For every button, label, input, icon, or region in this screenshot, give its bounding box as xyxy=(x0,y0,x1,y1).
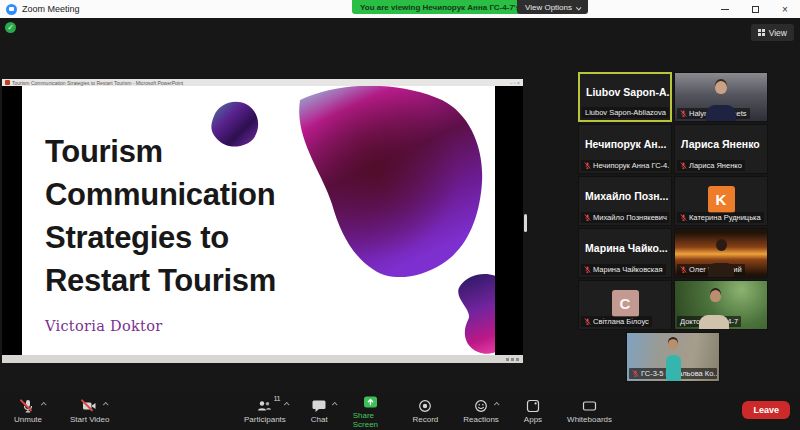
chat-button[interactable]: Chat xyxy=(309,398,330,424)
participant-tile-doktor[interactable]: Доктор В. ГС-4-7 xyxy=(674,280,768,330)
participants-button[interactable]: 11 Participants xyxy=(242,398,288,424)
participant-label-text: Лариса Яненко xyxy=(689,161,742,170)
participant-label-text: Halyna Lukianets xyxy=(689,109,747,118)
whiteboards-button[interactable]: Whiteboards xyxy=(565,398,614,424)
slide-title: Tourism Communication Strategies to Rest… xyxy=(45,130,276,302)
participant-tile-larysa[interactable]: Лариса Яненко Лариса Яненко xyxy=(674,124,768,174)
participant-label-text: Катерина Рудницька xyxy=(689,213,761,222)
camera-off-icon xyxy=(82,398,97,413)
chevron-up-icon[interactable] xyxy=(494,402,500,408)
chat-icon xyxy=(312,398,326,413)
whiteboards-label: Whiteboards xyxy=(567,415,612,424)
powerpoint-titlebar: Tourism Communication Strategies to Rest… xyxy=(2,79,523,86)
participant-label-text: Доктор В. ГС-4-7 xyxy=(680,317,738,326)
whiteboards-icon xyxy=(582,398,597,413)
participant-label-text: ГС-3-5 Ковальова Ко... xyxy=(641,369,717,378)
powerpoint-icon xyxy=(5,80,10,85)
window-title: Zoom Meeting xyxy=(22,4,80,14)
panel-resize-handle[interactable] xyxy=(524,214,527,232)
participant-tile-svitlana[interactable]: C Світлана Білоус xyxy=(578,280,672,330)
zoom-app-icon xyxy=(6,4,17,15)
view-options-button[interactable]: View Options xyxy=(517,0,588,14)
minimize-button[interactable] xyxy=(710,0,740,18)
participant-tile-mykhailo[interactable]: Михайло Позн... Михайло Познякевич ... xyxy=(578,176,672,226)
participant-label-text: Liubov Sapon-Abliazova xyxy=(585,108,666,117)
participant-label-text: Олег Розумний xyxy=(689,265,742,274)
start-video-label: Start Video xyxy=(70,415,109,424)
reactions-button[interactable]: Reactions xyxy=(461,398,501,424)
avatar: C xyxy=(612,290,639,317)
muted-mic-icon xyxy=(680,110,687,117)
participant-name-label: Олег Розумний xyxy=(677,264,745,275)
participant-name-center: Лариса Яненко xyxy=(675,125,767,163)
chevron-up-icon[interactable] xyxy=(103,402,109,408)
participant-label-text: Михайло Познякевич ... xyxy=(593,213,669,222)
participants-count: 11 xyxy=(274,395,281,402)
record-label: Record xyxy=(412,415,438,424)
muted-mic-icon xyxy=(680,162,687,169)
meeting-stage: ✓ View Tourism Communication Strategies … xyxy=(0,18,800,430)
muted-mic-icon xyxy=(584,214,591,221)
record-icon xyxy=(418,398,432,413)
chat-label: Chat xyxy=(311,415,328,424)
participant-tile-nechyporuk[interactable]: Нечипорук Ан... Нечипорук Анна ГС-4... xyxy=(578,124,672,174)
unmute-label: Unmute xyxy=(14,415,42,424)
slide-title-line: Restart Tourism xyxy=(45,259,276,302)
participants-label: Participants xyxy=(244,415,286,424)
slide-title-line: Strategies to xyxy=(45,216,276,259)
muted-mic-icon xyxy=(632,370,639,377)
slide-title-line: Tourism xyxy=(45,130,276,173)
muted-mic-icon xyxy=(680,266,687,273)
slide-author: Victoria Doktor xyxy=(45,318,276,334)
reactions-label: Reactions xyxy=(463,415,499,424)
participant-tile-oleg[interactable]: Олег Розумний xyxy=(674,228,768,278)
muted-mic-icon xyxy=(680,214,687,221)
powerpoint-title: Tourism Communication Strategies to Rest… xyxy=(12,80,508,86)
participant-name-label: Михайло Познякевич ... xyxy=(581,212,669,223)
muted-mic-icon xyxy=(584,266,591,273)
apps-button[interactable]: Apps xyxy=(522,398,544,424)
leave-button[interactable]: Leave xyxy=(742,401,790,419)
presentation-slide: Tourism Communication Strategies to Rest… xyxy=(22,86,495,355)
participants-icon: 11 xyxy=(257,398,272,413)
apps-label: Apps xyxy=(524,415,542,424)
restore-button[interactable] xyxy=(740,0,770,18)
avatar: K xyxy=(708,186,735,213)
participant-label-text: Марина Чайковская xyxy=(593,265,663,274)
powerpoint-canvas: Tourism Communication Strategies to Rest… xyxy=(2,86,523,355)
reactions-icon xyxy=(474,398,488,413)
record-button[interactable]: Record xyxy=(410,398,440,424)
start-video-button[interactable]: Start Video xyxy=(68,398,111,424)
share-screen-icon xyxy=(363,394,378,409)
participant-name-center: Марина Чайко... xyxy=(579,229,671,267)
slide-title-line: Communication xyxy=(45,173,276,216)
view-layout-button[interactable]: View xyxy=(751,24,794,41)
participant-name-label: Лариса Яненко xyxy=(677,160,745,171)
participant-name-label: Доктор В. ГС-4-7 xyxy=(677,316,741,327)
meeting-toolbar: Unmute Start Video 11 Participants xyxy=(0,392,800,430)
participant-tile-kovalova[interactable]: ГС-3-5 Ковальова Ко... xyxy=(626,332,720,382)
chevron-up-icon[interactable] xyxy=(284,402,290,408)
security-shield-icon[interactable]: ✓ xyxy=(5,22,16,33)
close-button[interactable]: × xyxy=(770,0,800,18)
participant-tile-halyna[interactable]: Halyna Lukianets xyxy=(674,72,768,122)
participant-gallery: Liubov Sapon-A... Liubov Sapon-Abliazova… xyxy=(578,72,768,382)
unmute-button[interactable]: Unmute xyxy=(12,398,44,424)
mic-muted-icon xyxy=(21,398,35,413)
share-screen-button[interactable]: Share Screen xyxy=(351,394,390,429)
participant-tile-liubov[interactable]: Liubov Sapon-A... Liubov Sapon-Abliazova xyxy=(578,72,672,122)
participant-name-label: Halyna Lukianets xyxy=(677,108,750,119)
participant-tile-kateryna[interactable]: K Катерина Рудницька xyxy=(674,176,768,226)
view-options-label: View Options xyxy=(525,3,572,12)
participant-name-label: Нечипорук Анна ГС-4... xyxy=(581,160,669,171)
participant-label-text: Світлана Білоус xyxy=(593,317,649,326)
chevron-up-icon[interactable] xyxy=(332,402,338,408)
participant-name-label: ГС-3-5 Ковальова Ко... xyxy=(629,368,717,379)
participant-name-label: Світлана Білоус xyxy=(581,316,652,327)
view-layout-label: View xyxy=(769,28,787,38)
participant-tile-maryna[interactable]: Марина Чайко... Марина Чайковская xyxy=(578,228,672,278)
powerpoint-statusbar xyxy=(2,355,523,363)
chevron-up-icon[interactable] xyxy=(41,402,47,408)
participant-name-center: Liubov Sapon-A... xyxy=(580,74,670,110)
grid-view-icon xyxy=(758,29,765,36)
